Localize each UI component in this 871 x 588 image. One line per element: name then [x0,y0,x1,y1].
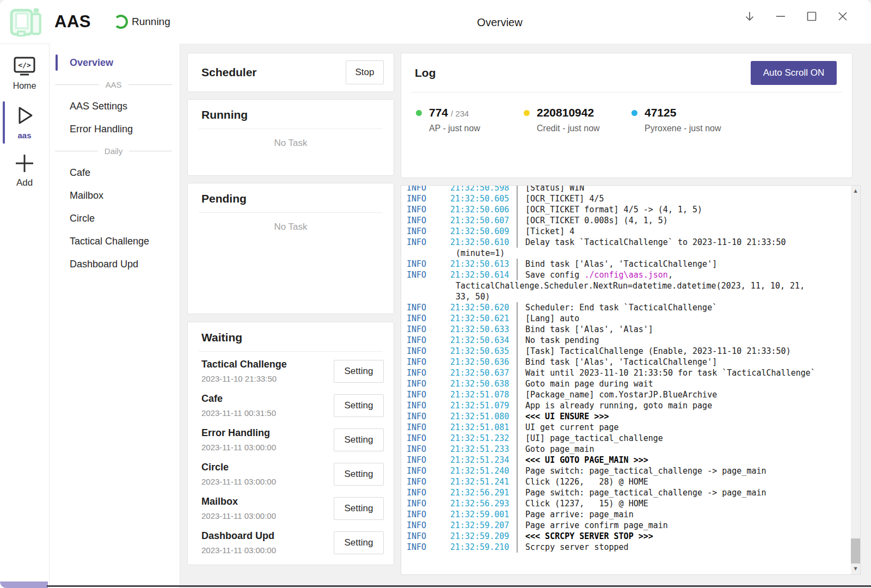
nav-rail-label: Home [13,81,36,91]
log-level: INFO [407,259,450,270]
log-timestamp: 21:32:50.607 [450,215,511,226]
log-line: INFO21:32:50.636Bind task ['Alas', 'Tact… [407,357,848,367]
log-stats: 774/ 234AP - just now220810942Credit - j… [401,93,852,133]
sidebar-item-label: Mailbox [70,190,103,201]
log-timestamp: 21:32:56.291 [450,487,511,498]
stop-button[interactable]: Stop [346,60,384,84]
sidebar-item-label: Overview [70,57,113,69]
log-separator [517,215,518,226]
waiting-task-row: Tactical Challenge2023-11-10 21:33:50Set… [201,354,384,388]
sidebar-item-circle[interactable]: Circle [50,207,180,230]
log-separator [517,324,518,335]
maximize-icon[interactable] [805,9,818,24]
nav-rail-item-add[interactable]: Add [0,147,49,195]
sidebar-item-tactical-challenge[interactable]: Tactical Challenge [50,230,180,253]
log-timestamp: 21:32:50.636 [450,357,511,367]
pending-title: Pending [188,183,394,212]
log-timestamp: 21:32:50.613 [450,259,511,270]
app-window: AAS Running Overview [0,0,871,588]
log-level: INFO [407,193,450,204]
task-setting-button[interactable]: Setting [334,394,384,417]
sidebar-item-aas-settings[interactable]: AAS Settings [50,95,180,118]
nav-rail-item-home[interactable]: </> Home [0,51,49,98]
sidebar-item-overview[interactable]: Overview [50,51,180,74]
log-level: INFO [407,465,450,476]
sidebar-item-label: Cafe [70,167,90,179]
log-level: INFO [407,455,450,465]
stat-suffix: / 234 [451,109,469,118]
stat-pyroxene: 47125Pyroxene - just now [631,106,739,133]
task-setting-button[interactable]: Setting [334,463,384,486]
log-output-panel[interactable]: INFO21:32:50.598[Status] WININFO21:32:50… [401,185,861,575]
log-separator [517,455,518,465]
stat-value: 774 [429,106,448,119]
log-timestamp: 21:32:50.614 [450,270,511,280]
waiting-task-row: Mailbox2023-11-11 03:00:00Setting [201,491,384,525]
task-info: Mailbox2023-11-11 03:00:00 [201,496,276,520]
stat-label: AP - just now [429,124,480,133]
task-info: Cafe2023-11-11 00:31:50 [201,393,276,418]
code-monitor-icon: </> [13,56,36,78]
log-message: Page arrive confirm page_main [525,520,668,531]
log-message: Wait until 2023-11-10 21:33:50 for task … [525,367,815,378]
task-setting-button[interactable]: Setting [334,531,384,554]
nav-rail-item-aas[interactable]: aas [0,98,49,147]
log-message: [Package_name] com.YostarJP.BlueArchive [525,389,717,400]
task-setting-button[interactable]: Setting [334,497,384,520]
log-separator [517,185,518,193]
log-level: INFO [407,400,450,411]
sidebar-item-error-handling[interactable]: Error Handling [50,118,180,140]
scrollbar[interactable]: ▲ ▼ [851,186,860,574]
log-separator [517,444,518,455]
auto-scroll-button[interactable]: Auto Scroll ON [751,61,837,85]
log-level: INFO [407,476,450,487]
close-icon[interactable] [836,9,849,24]
play-icon [13,103,36,127]
log-message: Page switch: page_tactical_challenge -> … [525,487,766,498]
log-message: Delay task `TacticalChallenge` to 2023-1… [525,237,786,248]
scroll-up-button[interactable]: ▲ [851,187,860,195]
log-message: [Lang] auto [525,313,579,324]
log-level: INFO [407,487,450,498]
pending-card: Pending No Task [187,183,394,314]
log-level: INFO [407,215,450,226]
log-level: INFO [407,389,450,400]
scroll-thumb[interactable] [851,538,860,564]
minimize-icon[interactable] [774,9,787,24]
log-separator [517,389,518,400]
log-separator [517,487,518,498]
sidebar-item-cafe[interactable]: Cafe [50,161,180,184]
window-bottom-edge [47,585,871,587]
sidebar-item-label: AAS Settings [70,101,127,112]
log-level: INFO [407,226,450,237]
sidebar-item-mailbox[interactable]: Mailbox [50,184,180,207]
log-message: <<< SCRCPY SERVER STOP >>> [525,531,653,542]
sidebar-group-label: AAS [106,80,122,89]
log-timestamp: 21:32:51.233 [450,444,511,455]
log-line: INFO21:32:50.606[OCR_TICKET format] 4/5 … [407,204,848,215]
stat-dot-icon [631,110,637,116]
log-line: INFO21:32:50.633Bind task ['Alas', 'Alas… [407,324,848,335]
log-message: TacticalChallenge.Scheduler.NextRun=date… [456,280,805,291]
scroll-down-button[interactable]: ▼ [851,565,860,573]
scheduler-card: Scheduler Stop [187,53,394,92]
log-level: INFO [407,433,450,444]
pending-empty-text: No Task [188,222,394,232]
log-line: INFO21:32:59.001Page arrive: page_main [407,509,848,520]
window-controls [743,9,849,24]
log-timestamp: 21:32:50.634 [450,335,511,346]
hide-to-tray-icon[interactable] [743,9,756,24]
log-message: Page switch: page_tactical_challenge -> … [525,465,766,476]
task-setting-button[interactable]: Setting [334,428,384,451]
app-name: AAS [54,12,91,32]
sidebar-item-dashboard-upd[interactable]: Dashboard Upd [50,253,180,275]
stat-value: 220810942 [537,106,594,119]
log-message: Bind task ['Alas', 'Alas'] [525,324,653,335]
nav-rail-label: Add [16,177,33,188]
task-setting-button[interactable]: Setting [334,360,384,383]
log-line: INFO21:32:51.240Page switch: page_tactic… [407,465,848,476]
log-message: Goto main page during wait [525,378,653,389]
log-timestamp: 21:32:59.210 [450,542,511,553]
log-level: INFO [407,542,450,553]
log-level: INFO [407,520,450,531]
